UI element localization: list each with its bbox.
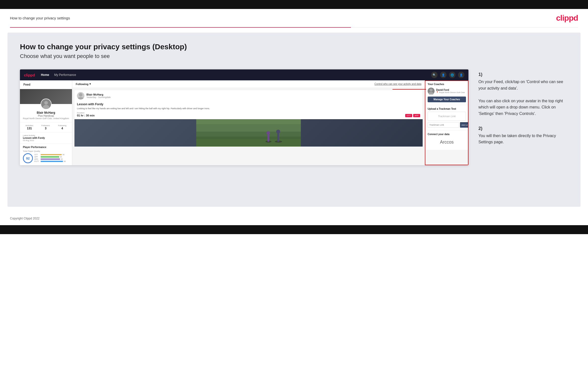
post-author: Blair McHarg xyxy=(86,93,111,96)
profile-club: Royal North Devon Golf Club, United King… xyxy=(22,117,69,120)
tpq-row: 92 OTT 90 APP 85 xyxy=(23,153,69,163)
player-performance: Player Performance Total Player Quality … xyxy=(20,144,72,165)
bar-arg-fill xyxy=(41,158,60,160)
bar-app-fill xyxy=(41,156,59,157)
app-nav-home[interactable]: Home xyxy=(41,73,49,77)
instructions: 1) On your Feed, click/tap on 'Control w… xyxy=(478,69,568,157)
app-nav-icons: 🔍 👤 🌐 👤 xyxy=(431,72,464,78)
main-content: How to change your privacy settings (Des… xyxy=(7,33,581,207)
bar-ott: OTT 90 xyxy=(34,154,69,156)
content-row: clippd Home My Performance 🔍 👤 🌐 👤 Feed xyxy=(20,69,568,165)
header-divider xyxy=(10,27,578,28)
profile-stats: Activities 131 Followers 3 Following 4 xyxy=(20,122,72,132)
tpq-score: 92 xyxy=(23,153,33,163)
svg-point-14 xyxy=(430,89,433,92)
post-tags: OTT APP xyxy=(405,114,420,117)
instruction-2: 2) You will then be taken directly to th… xyxy=(478,126,568,145)
trackman-title: Upload a Trackman Test xyxy=(428,107,466,110)
bar-app-value: 85 xyxy=(60,156,62,158)
tag-app: APP xyxy=(413,114,420,117)
bar-putt-value: 96 xyxy=(64,160,66,162)
search-icon[interactable]: 🔍 xyxy=(431,72,438,78)
perf-title: Player Performance xyxy=(23,146,69,149)
instruction-1-text: On your Feed, click/tap on 'Control who … xyxy=(478,79,568,117)
tag-ott: OTT xyxy=(405,114,412,117)
post-header: Blair McHarg Yesterday · Sunningdale xyxy=(74,90,423,102)
bar-app-label: APP xyxy=(34,156,40,158)
svg-rect-7 xyxy=(196,119,301,132)
bar-putt: PUTT 96 xyxy=(34,160,69,162)
following-label: Following xyxy=(76,83,88,86)
profile-avatar xyxy=(41,99,52,109)
app-mockup: clippd Home My Performance 🔍 👤 🌐 👤 Feed xyxy=(20,69,468,165)
stat-followers-label: Followers xyxy=(41,124,50,127)
tpq-label: Total Player Quality xyxy=(23,150,69,152)
svg-rect-12 xyxy=(267,134,269,142)
right-panel-wrapper: Your Coaches David Ford xyxy=(425,80,468,165)
latest-activity-name: Lesson with Fordy xyxy=(23,137,69,139)
user-icon[interactable]: 👤 xyxy=(440,72,447,78)
coaches-section: Your Coaches David Ford xyxy=(425,80,468,105)
arrow-line-horizontal xyxy=(392,89,426,90)
post-image xyxy=(74,119,423,147)
post-avatar xyxy=(77,92,84,100)
bar-ott-fill xyxy=(41,154,62,155)
bar-arg-value: 86 xyxy=(61,158,63,160)
tpq-bars: OTT 90 APP 85 ARG xyxy=(34,154,69,163)
bar-ott-value: 90 xyxy=(63,154,65,156)
footer: Copyright Clippd 2022 xyxy=(0,212,588,225)
trackman-section: Upload a Trackman Test Trackman Link Add… xyxy=(425,105,468,130)
stat-activities-value: 131 xyxy=(25,127,33,130)
stat-following-label: Following xyxy=(58,124,66,127)
svg-point-2 xyxy=(79,93,82,97)
app-nav-performance[interactable]: My Performance xyxy=(54,73,76,77)
coach-club: 📍 Royal North Devon Golf Club xyxy=(436,91,465,94)
manage-coaches-button[interactable]: Manage Your Coaches xyxy=(428,97,466,102)
svg-rect-9 xyxy=(277,133,279,142)
following-chevron: ▾ xyxy=(89,82,91,86)
svg-point-13 xyxy=(266,131,270,135)
connect-title: Connect your data xyxy=(428,133,466,136)
header-title: How to change your privacy settings xyxy=(10,16,70,20)
bar-putt-label: PUTT xyxy=(34,160,40,162)
page-subheading: Choose what you want people to see xyxy=(20,53,568,59)
post-meta-info: Blair McHarg Yesterday · Sunningdale xyxy=(86,93,111,99)
svg-point-3 xyxy=(78,97,84,100)
page-heading: How to change your privacy settings (Des… xyxy=(20,43,568,51)
control-link[interactable]: Control who can see your activity and da… xyxy=(375,83,421,85)
instruction-1-number: 1) xyxy=(478,72,568,77)
svg-point-15 xyxy=(429,92,434,95)
trackman-placeholder: Trackman Link xyxy=(428,112,466,121)
coaches-title: Your Coaches xyxy=(428,83,466,86)
avatar-icon[interactable]: 👤 xyxy=(458,72,464,78)
feed-tab[interactable]: Feed xyxy=(20,80,72,89)
instruction-2-number: 2) xyxy=(478,126,568,131)
connect-section: Connect your data Arccos xyxy=(425,130,468,150)
profile-name: Blair McHarg xyxy=(22,111,69,114)
following-bar: Following ▾ Control who can see your act… xyxy=(72,80,425,88)
coach-avatar xyxy=(428,88,435,95)
coach-name: David Ford xyxy=(436,89,465,91)
profile-banner xyxy=(20,89,72,104)
stat-followers: Followers 3 xyxy=(41,124,50,130)
coach-row: David Ford 📍 Royal North Devon Golf Club xyxy=(428,88,466,95)
trackman-input[interactable] xyxy=(428,122,459,128)
post-duration-label: Duration xyxy=(77,112,420,114)
header: How to change your privacy settings clip… xyxy=(0,9,588,27)
svg-point-0 xyxy=(44,101,48,105)
arrow-line-vertical xyxy=(425,82,425,90)
latest-activity: Latest Activity Lesson with Fordy 03 Aug… xyxy=(20,132,72,144)
following-button[interactable]: Following ▾ xyxy=(76,82,91,86)
logo: clippd xyxy=(556,13,578,23)
middle-panel: Following ▾ Control who can see your act… xyxy=(72,80,425,165)
latest-label: Latest Activity xyxy=(23,134,69,137)
globe-icon[interactable]: 🌐 xyxy=(449,72,456,78)
add-link-button[interactable]: Add Link xyxy=(460,122,468,128)
stat-activities: Activities 131 xyxy=(25,124,33,130)
bar-putt-fill xyxy=(41,161,63,162)
post-title: Lesson with Fordy xyxy=(77,103,420,106)
bar-ott-label: OTT xyxy=(34,154,40,156)
app-nav: clippd Home My Performance 🔍 👤 🌐 👤 xyxy=(20,69,468,80)
trackman-input-row: Add Link xyxy=(428,122,466,128)
instruction-1: 1) On your Feed, click/tap on 'Control w… xyxy=(478,72,568,117)
